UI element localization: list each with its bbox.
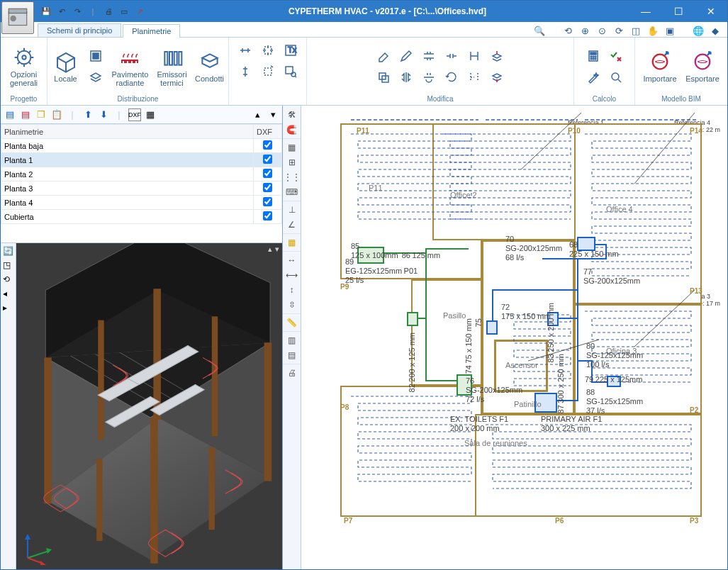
delete-item-icon[interactable]: ▤ bbox=[19, 108, 32, 121]
nav-zoomback-icon[interactable]: ⟳ bbox=[612, 24, 625, 37]
dxf-toggle-icon[interactable]: DXF bbox=[128, 108, 141, 121]
undo-icon[interactable]: ↶ bbox=[56, 6, 67, 17]
ct-print2-icon[interactable]: 🖨 bbox=[286, 367, 298, 379]
eraser-icon[interactable] bbox=[373, 46, 394, 66]
binoculars-icon[interactable]: 🔍 bbox=[533, 24, 546, 37]
tab-planimetrie[interactable]: Planimetrie bbox=[123, 24, 180, 38]
mod-text-icon[interactable]: Tx bbox=[280, 40, 301, 60]
redo-icon[interactable]: ↷ bbox=[72, 6, 83, 17]
save-icon[interactable]: 💾 bbox=[40, 6, 52, 17]
ct-tools-icon[interactable]: 🛠 bbox=[286, 108, 298, 121]
hide-icon[interactable] bbox=[85, 67, 106, 87]
v3d-orbit-icon[interactable]: 🔄 bbox=[3, 246, 14, 257]
nav-frame-icon[interactable]: ▣ bbox=[663, 24, 676, 37]
wand-icon[interactable] bbox=[583, 67, 604, 87]
nav-zoomin-icon[interactable]: ⊙ bbox=[595, 24, 608, 37]
importare-button[interactable]: Importare bbox=[640, 43, 680, 91]
nav-zoomwin-icon[interactable]: ◫ bbox=[629, 24, 642, 37]
plan-row[interactable]: Cubierta bbox=[1, 210, 282, 224]
plan-canvas[interactable]: Referencia 1Superficie: 31 m²Referencia … bbox=[301, 106, 727, 569]
ct-grid-color-icon[interactable]: ▦ bbox=[286, 236, 298, 249]
close-button[interactable]: ✕ bbox=[695, 1, 727, 22]
locale-button[interactable]: Locale bbox=[50, 43, 82, 91]
db-icon[interactable] bbox=[85, 46, 106, 66]
ct-magnet-icon[interactable]: 🧲 bbox=[286, 123, 298, 136]
v3d-box-icon[interactable]: ◳ bbox=[3, 260, 14, 272]
plan-dxf-checkbox[interactable] bbox=[254, 139, 282, 153]
plan-row[interactable]: Planta 2 bbox=[1, 167, 282, 181]
mod-hline-icon[interactable] bbox=[235, 40, 256, 60]
plan-row[interactable]: Planta baja bbox=[1, 139, 282, 153]
ct-layers3-icon[interactable]: ▤ bbox=[286, 349, 298, 362]
plan-dxf-checkbox[interactable] bbox=[254, 196, 282, 210]
check-x-icon[interactable] bbox=[605, 46, 627, 66]
ct-angle-icon[interactable]: ∠ bbox=[286, 218, 298, 231]
trim-icon[interactable] bbox=[464, 46, 485, 66]
layer-up-icon[interactable] bbox=[486, 46, 508, 66]
v3d-right-icon[interactable]: ▸ bbox=[3, 303, 14, 314]
magnifier-icon[interactable] bbox=[605, 67, 627, 87]
collapse-up-icon[interactable]: ▴ bbox=[251, 108, 264, 121]
export-icon[interactable]: ↗ bbox=[134, 6, 145, 17]
ct-keyboard-icon[interactable]: ⌨ bbox=[286, 186, 298, 199]
copy-icon[interactable] bbox=[373, 67, 394, 87]
emissori-termici-button[interactable]: Emissori termici bbox=[155, 43, 190, 91]
globe-icon[interactable]: 🌐 bbox=[692, 24, 705, 37]
view-3d[interactable]: 🔄 ◳ ⟲ ◂ ▸ ▴ ▾ bbox=[1, 243, 282, 569]
plan-dxf-checkbox[interactable] bbox=[254, 153, 282, 167]
app-icon[interactable] bbox=[1, 1, 34, 34]
mod-rot-icon[interactable] bbox=[257, 62, 279, 82]
ct-grid-icon[interactable]: ▦ bbox=[286, 141, 298, 154]
nav-rotate-icon[interactable]: ⟲ bbox=[561, 24, 574, 37]
new-item-icon[interactable]: ▤ bbox=[4, 108, 16, 121]
plan-row[interactable]: Planta 1 bbox=[1, 153, 282, 167]
offset-h-icon[interactable] bbox=[418, 46, 439, 66]
plan-row[interactable]: Planta 4 bbox=[1, 196, 282, 210]
esportare-button[interactable]: Esportare bbox=[683, 43, 722, 91]
copy-item-icon[interactable]: ❐ bbox=[35, 108, 47, 121]
opzioni-generali-button[interactable]: Opzioni generali bbox=[4, 43, 44, 91]
tab-schemi[interactable]: Schemi di principio bbox=[38, 23, 121, 37]
mirror-icon[interactable] bbox=[396, 67, 417, 87]
ct-v-arrows-icon[interactable]: ↕ bbox=[286, 284, 298, 296]
extend-icon[interactable] bbox=[464, 67, 485, 87]
condotti-button[interactable]: Condotti bbox=[193, 43, 227, 91]
plan-row[interactable]: Planta 3 bbox=[1, 181, 282, 196]
plan-dxf-checkbox[interactable] bbox=[254, 167, 282, 181]
nav-extents-icon[interactable]: ⊕ bbox=[578, 24, 591, 37]
col-planimetrie[interactable]: Planimetrie bbox=[1, 125, 254, 139]
rotate-icon[interactable] bbox=[441, 67, 462, 87]
grid-config-icon[interactable]: ▦ bbox=[144, 108, 157, 121]
ct-h-line-icon[interactable]: ⟷ bbox=[286, 269, 298, 281]
ct-grid4-icon[interactable]: ⊞ bbox=[286, 156, 298, 169]
v3d-dn-icon[interactable]: ▾ bbox=[275, 245, 279, 254]
collapse-down-icon[interactable]: ▾ bbox=[267, 108, 279, 121]
print-icon[interactable]: 🖨 bbox=[103, 6, 114, 17]
v3d-left-icon[interactable]: ◂ bbox=[3, 289, 14, 300]
calculator-icon[interactable] bbox=[583, 46, 604, 66]
minimize-button[interactable]: — bbox=[629, 1, 662, 22]
ct-ruler-icon[interactable]: 📏 bbox=[286, 316, 298, 329]
ct-h-arrows-icon[interactable]: ↔ bbox=[286, 254, 298, 267]
ct-dots-icon[interactable]: ⋮⋮ bbox=[286, 171, 298, 184]
plan-dxf-checkbox[interactable] bbox=[254, 210, 282, 224]
maximize-button[interactable]: ☐ bbox=[662, 1, 695, 22]
mod-arrows-icon[interactable] bbox=[257, 40, 279, 60]
ct-layers2-icon[interactable]: ▥ bbox=[286, 334, 298, 347]
help-icon[interactable]: ◆ bbox=[709, 24, 722, 37]
pavimento-radiante-button[interactable]: Pavimento radiante bbox=[109, 43, 152, 91]
paste-item-icon[interactable]: 📋 bbox=[50, 108, 63, 121]
ct-v-line-icon[interactable]: ⇳ bbox=[286, 298, 298, 311]
layer-down-icon[interactable] bbox=[486, 67, 508, 87]
nav-pan-icon[interactable]: ✋ bbox=[646, 24, 659, 37]
v3d-home-icon[interactable]: ⟲ bbox=[3, 274, 14, 286]
col-dxf[interactable]: DXF bbox=[254, 125, 282, 139]
v3d-up-icon[interactable]: ▴ bbox=[268, 245, 272, 254]
plan-list[interactable]: Planimetrie DXF Planta bajaPlanta 1Plant… bbox=[1, 124, 282, 243]
mod-search-icon[interactable] bbox=[280, 62, 301, 82]
layers-icon[interactable]: ▭ bbox=[118, 6, 130, 17]
mod-vline-icon[interactable] bbox=[235, 62, 256, 82]
plan-dxf-checkbox[interactable] bbox=[254, 181, 282, 196]
move-up-icon[interactable]: ⬆ bbox=[82, 108, 94, 121]
ct-perp-icon[interactable]: ⊥ bbox=[286, 203, 298, 216]
